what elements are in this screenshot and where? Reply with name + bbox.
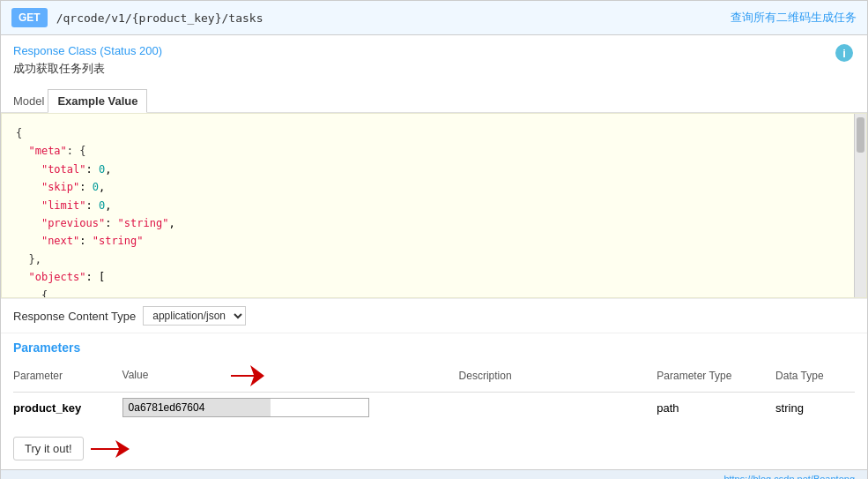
response-section: Response Class (Status 200) 成功获取任务列表 <box>1 35 867 89</box>
svg-marker-0 <box>231 365 264 386</box>
param-value-cell <box>122 393 459 423</box>
col-header-data-type: Data Type <box>775 360 855 393</box>
endpoint-description-cn: 查询所有二维码生成任务 <box>731 10 857 26</box>
response-title: Response Class (Status 200) <box>13 44 855 57</box>
content-type-select[interactable]: application/json <box>143 306 246 326</box>
parameters-section: Parameters Parameter Value Desc <box>1 333 867 430</box>
code-scrollbar[interactable] <box>854 114 866 297</box>
value-arrow <box>204 369 264 381</box>
parameters-title: Parameters <box>13 341 855 355</box>
param-name: product_key <box>13 401 81 415</box>
try-it-out-button[interactable]: Try it out! <box>13 437 84 460</box>
table-row: product_key path string <box>13 393 855 423</box>
param-input-wrapper <box>122 398 452 417</box>
model-tab-label[interactable]: Model <box>13 94 44 108</box>
param-name-cell: product_key <box>13 393 122 423</box>
code-line-9: "objects": [ <box>16 268 852 286</box>
code-example-area: { "meta": { "total": 0, "skip": 0, "limi… <box>1 113 867 298</box>
info-icon[interactable]: i <box>835 44 853 62</box>
col-header-description: Description <box>459 360 657 393</box>
svg-marker-1 <box>91 440 130 458</box>
bottom-url: https://blog.csdn.net/Boantong <box>723 474 855 479</box>
param-type-cell: path <box>657 393 775 423</box>
code-line-5: "limit": 0, <box>16 197 852 214</box>
code-line-2: "meta": { <box>16 142 852 160</box>
content-type-label: Response Content Type <box>13 310 136 323</box>
code-line-8: }, <box>16 251 852 268</box>
params-header-row: Parameter Value Description Parameter Ty… <box>13 360 855 393</box>
bottom-bar: https://blog.csdn.net/Boantong <box>1 469 867 479</box>
try-button-arrow <box>91 439 130 459</box>
code-line-1: { <box>16 124 852 142</box>
content-type-row: Response Content Type application/json <box>1 298 867 333</box>
code-line-6: "previous": "string", <box>16 214 852 232</box>
code-line-4: "skip": 0, <box>16 178 852 196</box>
param-value-input[interactable] <box>122 398 369 417</box>
try-button-row: Try it out! <box>1 430 867 469</box>
response-description: 成功获取任务列表 <box>13 61 855 77</box>
method-badge: GET <box>11 8 48 27</box>
endpoint-header: GET /qrcode/v1/{product_key}/tasks 查询所有二… <box>1 1 867 35</box>
param-data-type-cell: string <box>775 393 855 423</box>
info-icon-wrapper: i <box>835 44 853 62</box>
code-line-3: "total": 0, <box>16 161 852 178</box>
col-header-parameter-type: Parameter Type <box>657 360 775 393</box>
code-line-7: "next": "string" <box>16 232 852 250</box>
model-tabs: Model Example Value <box>1 89 867 113</box>
parameters-table: Parameter Value Description Parameter Ty… <box>13 360 855 423</box>
code-scrollbar-thumb[interactable] <box>857 117 864 153</box>
col-header-parameter: Parameter <box>13 360 122 393</box>
example-value-tab[interactable]: Example Value <box>48 89 147 113</box>
param-description-cell <box>459 393 657 423</box>
code-line-10: { <box>16 287 852 298</box>
col-header-value: Value <box>122 360 459 393</box>
endpoint-path: /qrcode/v1/{product_key}/tasks <box>56 11 731 25</box>
